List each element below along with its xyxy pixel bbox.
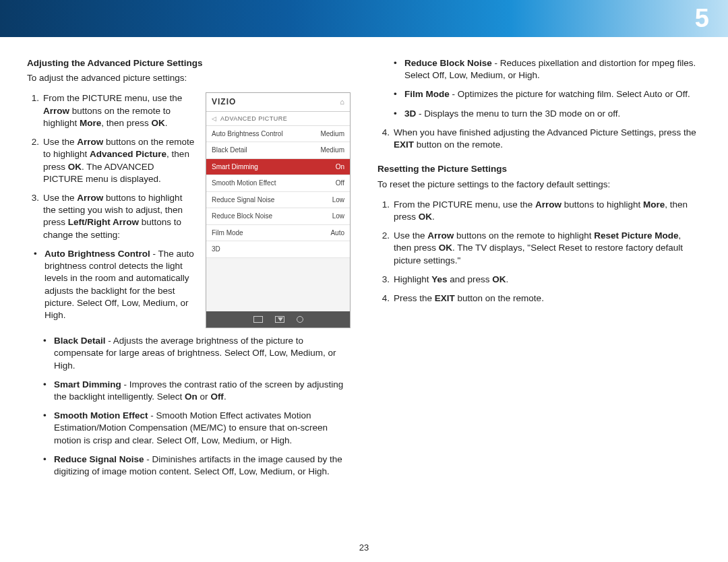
bullet-film-mode: Film Mode - Optimizes the picture for wa…	[377, 88, 701, 100]
menu-row-label: Film Mode	[212, 228, 243, 238]
back-icon[interactable]: ◁	[212, 115, 216, 123]
section-heading-adjusting: Adjusting the Advanced Picture Settings	[27, 57, 351, 69]
page-number: 23	[0, 542, 728, 553]
intro-text-reset: To reset the picture settings to the fac…	[377, 179, 701, 191]
menu-row-label: 3D	[212, 245, 220, 254]
step-2: 2. Use the Arrow buttons on the remote t…	[27, 136, 195, 185]
bullet-black-detail: Black Detail - Adjusts the average brigh…	[27, 335, 351, 372]
bullet-reduce-block-noise: Reduce Block Noise - Reduces pixellation…	[377, 57, 701, 82]
menu-row-label: Smart Dimming	[212, 162, 258, 172]
wide-icon[interactable]	[253, 316, 263, 323]
menu-row[interactable]: Smooth Motion EffectOff	[206, 175, 350, 192]
v-icon[interactable]	[275, 316, 284, 323]
menu-row[interactable]: Reduce Block NoiseLow	[206, 208, 350, 225]
menu-logo: VIZIO	[212, 96, 236, 107]
menu-row-value: Medium	[320, 146, 344, 155]
left-column: Adjusting the Advanced Picture Settings …	[27, 57, 351, 485]
menu-row[interactable]: 3D	[206, 241, 350, 258]
reset-step-2: 2. Use the Arrow buttons on the remote t…	[377, 230, 701, 267]
menu-title: ADVANCED PICTURE	[220, 115, 287, 123]
menu-row-label: Auto Brightness Control	[212, 129, 283, 139]
bullet-auto-brightness: Auto Brightness Control - The auto brigh…	[27, 248, 195, 321]
menu-row-label: Black Detail	[212, 146, 247, 155]
reset-step-1: 1. From the PICTURE menu, use the Arrow …	[377, 199, 701, 223]
menu-row-value: Medium	[320, 129, 344, 139]
step-1: 1. From the PICTURE menu, use the Arrow …	[27, 92, 195, 129]
menu-row[interactable]: Reduce Signal NoiseLow	[206, 192, 350, 209]
bullet-3d: 3D - Displays the menu to turn the 3D mo…	[377, 108, 701, 120]
reset-step-4: 4. Press the EXIT button on the remote.	[377, 292, 701, 305]
menu-row-label: Smooth Motion Effect	[212, 179, 276, 188]
menu-row-value: Auto	[330, 228, 344, 238]
menu-row[interactable]: Auto Brightness ControlMedium	[206, 126, 350, 143]
step-4: 4. When you have finished adjusting the …	[377, 127, 701, 151]
chapter-header-bar: 5	[0, 0, 728, 37]
gear-icon[interactable]	[297, 316, 303, 323]
bullet-smooth-motion: Smooth Motion Effect - Smooth Motion Eff…	[27, 410, 351, 447]
bullet-reduce-signal-noise: Reduce Signal Noise - Diminishes artifac…	[27, 454, 351, 478]
advanced-picture-menu: VIZIO ⌂ ◁ ADVANCED PICTURE Auto Brightne…	[206, 92, 351, 328]
menu-row[interactable]: Smart DimmingOn	[206, 159, 350, 176]
menu-row[interactable]: Film ModeAuto	[206, 225, 350, 242]
reset-step-3: 3. Highlight Yes and press OK.	[377, 274, 701, 286]
menu-row-value: Low	[332, 195, 344, 205]
intro-text: To adjust the advanced picture settings:	[27, 72, 351, 84]
step-3: 3. Use the Arrow buttons to highlight th…	[27, 192, 195, 241]
section-heading-resetting: Resetting the Picture Settings	[377, 163, 701, 175]
menu-row-label: Reduce Signal Noise	[212, 195, 274, 205]
home-icon[interactable]: ⌂	[340, 97, 344, 107]
menu-footer	[206, 311, 350, 327]
menu-row-value: Low	[332, 212, 344, 221]
page-content: Adjusting the Advanced Picture Settings …	[0, 37, 728, 498]
menu-row-value: On	[336, 162, 344, 172]
menu-row-label: Reduce Block Noise	[212, 212, 272, 221]
menu-row-value: Off	[336, 179, 344, 188]
right-column: Reduce Block Noise - Reduces pixellation…	[377, 57, 701, 485]
bullet-smart-dimming: Smart Dimming - Improves the contrast ra…	[27, 379, 351, 403]
menu-row[interactable]: Black DetailMedium	[206, 142, 350, 159]
chapter-number: 5	[695, 4, 709, 33]
